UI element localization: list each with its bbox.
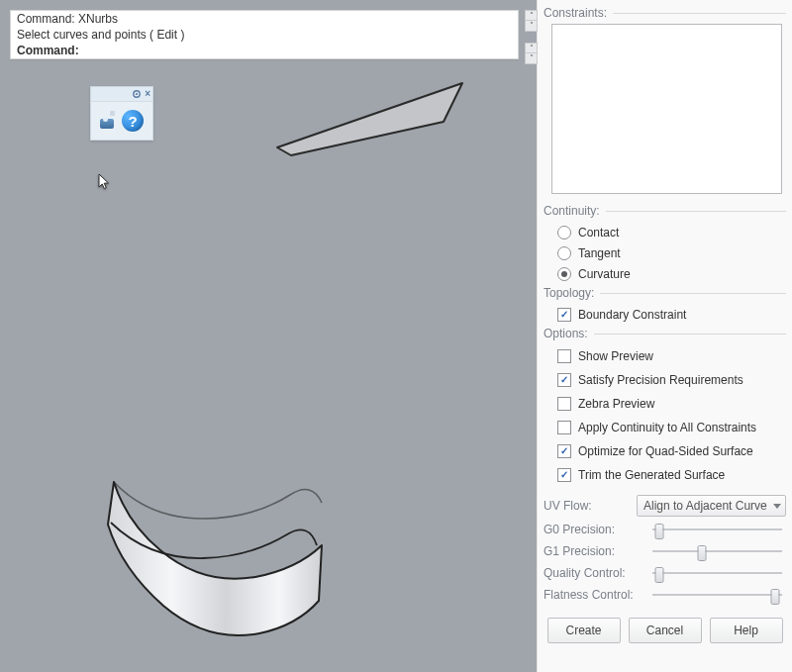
flatness-control-slider[interactable] (652, 586, 782, 604)
constraints-section-header: Constraints: (544, 6, 786, 20)
geometry-canvas (0, 0, 537, 672)
radio-label: Contact (578, 226, 619, 240)
optimize-quad-checkbox[interactable]: Optimize for Quad-Sided Surface (557, 439, 786, 463)
g1-precision-label: G1 Precision: (544, 544, 652, 558)
command-prompt[interactable]: Command: (11, 43, 518, 58)
cancel-button[interactable]: Cancel (629, 618, 702, 643)
topology-section-header: Topology: (544, 286, 786, 300)
scroll-down-icon[interactable]: ˅ (525, 21, 538, 32)
close-icon[interactable]: × (145, 89, 150, 99)
checkbox-label: Zebra Preview (578, 397, 654, 411)
checkbox-label: Trim the Generated Surface (578, 468, 725, 482)
checkbox-icon (557, 349, 571, 363)
continuity-contact-radio[interactable]: Contact (557, 222, 786, 242)
quality-control-slider[interactable] (652, 564, 782, 582)
chevron-down-icon (773, 504, 781, 509)
checkbox-icon (557, 308, 571, 322)
slider-thumb-icon[interactable] (654, 567, 663, 583)
quality-control-label: Quality Control: (544, 566, 652, 580)
checkbox-icon (557, 444, 571, 458)
checkbox-label: Boundary Constraint (578, 308, 686, 322)
boundary-constraint-checkbox[interactable]: Boundary Constraint (557, 304, 786, 325)
g0-precision-slider[interactable] (652, 521, 782, 538)
gear-icon[interactable] (132, 89, 142, 99)
svg-point-1 (136, 93, 138, 95)
constraints-listbox[interactable] (551, 24, 782, 194)
properties-panel: Constraints: Continuity: Contact Tangent… (538, 0, 792, 672)
zebra-preview-checkbox[interactable]: Zebra Preview (557, 392, 786, 416)
continuity-label: Continuity: (544, 204, 606, 218)
uv-flow-dropdown[interactable]: Align to Adjacent Curve (637, 495, 786, 517)
slider-thumb-icon[interactable] (697, 545, 706, 561)
camera-icon[interactable] (100, 113, 118, 129)
radio-icon (557, 246, 571, 260)
apply-continuity-all-checkbox[interactable]: Apply Continuity to All Constraints (557, 416, 786, 439)
spinner-up-icon[interactable]: ˄ (525, 43, 538, 53)
show-preview-checkbox[interactable]: Show Preview (557, 344, 786, 368)
checkbox-label: Satisfy Precision Requirements (578, 373, 743, 387)
radio-label: Tangent (578, 246, 621, 260)
continuity-tangent-radio[interactable]: Tangent (557, 242, 786, 263)
scroll-up-icon[interactable]: ˄ (525, 10, 538, 21)
floating-toolbar[interactable]: × ? (90, 86, 153, 141)
g0-precision-label: G0 Precision: (544, 523, 652, 536)
help-button[interactable]: Help (710, 618, 783, 643)
command-history-panel: Command: XNurbs Select curves and points… (10, 10, 519, 59)
checkbox-icon (557, 397, 571, 411)
g1-precision-slider[interactable] (652, 542, 782, 560)
dropdown-value: Align to Adjacent Curve (644, 499, 767, 513)
radio-label: Curvature (578, 267, 631, 281)
checkbox-label: Optimize for Quad-Sided Surface (578, 444, 753, 458)
options-section-header: Options: (544, 327, 786, 340)
help-icon[interactable]: ? (122, 110, 144, 132)
checkbox-icon (557, 421, 571, 434)
command-scroll-buttons: ˄ ˅ ˄ ˅ (525, 10, 538, 64)
trim-generated-checkbox[interactable]: Trim the Generated Surface (557, 463, 786, 487)
checkbox-label: Apply Continuity to All Constraints (578, 421, 756, 434)
create-button[interactable]: Create (547, 618, 621, 643)
options-label: Options: (544, 327, 594, 340)
mouse-cursor-icon (98, 173, 112, 191)
surface-planar (277, 83, 462, 155)
checkbox-label: Show Preview (578, 349, 653, 363)
checkbox-icon (557, 373, 571, 387)
command-line-2: Select curves and points ( Edit ) (11, 27, 518, 43)
uv-flow-label: UV Flow: (544, 499, 629, 513)
constraints-label: Constraints: (544, 6, 613, 20)
flatness-control-label: Flatness Control: (544, 588, 652, 602)
radio-icon (557, 267, 571, 281)
continuity-section-header: Continuity: (544, 204, 786, 218)
viewport-3d[interactable]: Command: XNurbs Select curves and points… (0, 0, 538, 672)
slider-thumb-icon[interactable] (771, 589, 780, 605)
slider-thumb-icon[interactable] (654, 524, 663, 539)
spinner-down-icon[interactable]: ˅ (525, 53, 538, 64)
continuity-curvature-radio[interactable]: Curvature (557, 263, 786, 284)
checkbox-icon (557, 468, 571, 482)
surface-curved (108, 482, 322, 635)
satisfy-precision-checkbox[interactable]: Satisfy Precision Requirements (557, 368, 786, 392)
radio-icon (557, 226, 571, 240)
command-line-1: Command: XNurbs (11, 11, 518, 27)
topology-label: Topology: (544, 286, 600, 300)
